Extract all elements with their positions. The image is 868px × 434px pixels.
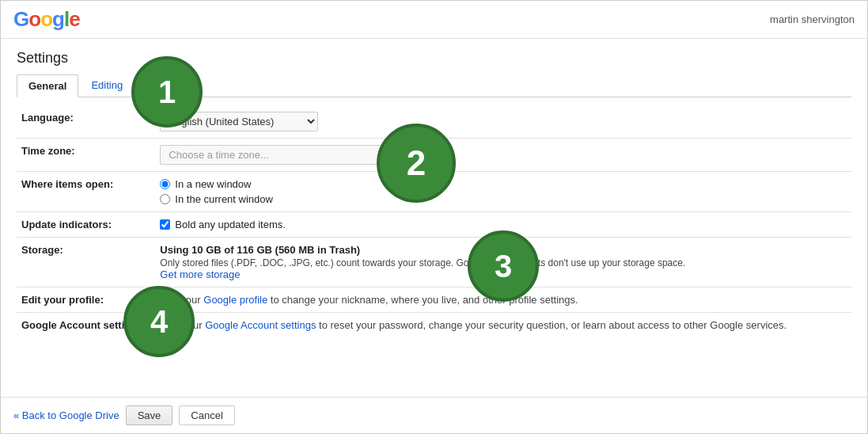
- edit-profile-before: Edit your: [160, 294, 203, 306]
- tabs: General Editing: [17, 74, 851, 97]
- radio-current-window[interactable]: In the current window: [160, 193, 847, 205]
- radio-group: In a new window In the current window: [160, 178, 847, 205]
- edit-profile-label: Edit your profile:: [17, 287, 155, 313]
- google-account-row: Google Account settings Visit your Googl…: [17, 313, 851, 338]
- timezone-select[interactable]: Choose a time zone...: [160, 145, 397, 165]
- update-indicators-row: Update indicators: Bold any updated item…: [17, 212, 851, 238]
- radio-new-window[interactable]: In a new window: [160, 178, 847, 190]
- language-label: Language:: [17, 105, 155, 139]
- storage-usage: Using 10 GB of 116 GB (560 MB in Trash): [160, 244, 847, 256]
- timezone-row: Time zone: Choose a time zone...: [17, 139, 851, 172]
- timezone-label: Time zone:: [17, 139, 155, 172]
- update-indicators-checkbox-label[interactable]: Bold any updated items.: [160, 219, 847, 230]
- timezone-value: Choose a time zone...: [155, 139, 851, 172]
- google-logo: Google: [13, 7, 80, 32]
- google-account-after: to reset your password, change your secu…: [316, 319, 787, 331]
- radio-new-window-input[interactable]: [160, 179, 170, 189]
- tab-editing[interactable]: Editing: [80, 74, 134, 97]
- where-open-label: Where items open:: [17, 172, 155, 212]
- language-select[interactable]: English (United States): [160, 112, 318, 131]
- storage-label: Storage:: [17, 238, 155, 287]
- user-name: martin shervington: [770, 13, 855, 25]
- main-content: Settings General Editing Language: Engli…: [1, 39, 867, 337]
- update-indicators-checkbox[interactable]: [160, 219, 170, 230]
- update-indicators-label: Update indicators:: [17, 212, 155, 238]
- back-to-drive-link[interactable]: « Back to Google Drive: [13, 409, 119, 421]
- where-open-row: Where items open: In a new window In the…: [17, 172, 851, 212]
- where-open-value: In a new window In the current window: [155, 172, 851, 212]
- google-account-before: Visit your: [160, 319, 205, 331]
- cancel-button[interactable]: Cancel: [179, 405, 234, 425]
- edit-profile-value: Edit your Google profile to change your …: [155, 287, 851, 313]
- storage-value: Using 10 GB of 116 GB (560 MB in Trash) …: [155, 238, 851, 287]
- google-account-settings-link[interactable]: Google Account settings: [205, 319, 316, 331]
- edit-profile-after: to change your nickname, where you live,…: [267, 294, 578, 306]
- get-more-storage-link[interactable]: Get more storage: [160, 268, 240, 280]
- google-profile-link[interactable]: Google profile: [203, 294, 267, 306]
- settings-table: Language: English (United States) Time z…: [17, 105, 851, 337]
- footer: « Back to Google Drive Save Cancel: [1, 397, 867, 433]
- storage-row: Storage: Using 10 GB of 116 GB (560 MB i…: [17, 238, 851, 287]
- language-value: English (United States): [155, 105, 851, 139]
- language-row: Language: English (United States): [17, 105, 851, 139]
- app-window: Google martin shervington Settings Gener…: [0, 0, 868, 434]
- update-indicators-value: Bold any updated items.: [155, 212, 851, 238]
- tab-general[interactable]: General: [17, 74, 78, 97]
- edit-profile-row: Edit your profile: Edit your Google prof…: [17, 287, 851, 313]
- google-account-label: Google Account settings: [17, 313, 155, 338]
- radio-current-window-input[interactable]: [160, 194, 170, 204]
- header: Google martin shervington: [1, 1, 867, 39]
- storage-desc: Only stored files (.PDF, .DOC, .JPG, etc…: [160, 257, 847, 268]
- save-button[interactable]: Save: [126, 405, 173, 425]
- page-title: Settings: [17, 50, 851, 67]
- google-account-value: Visit your Google Account settings to re…: [155, 313, 851, 338]
